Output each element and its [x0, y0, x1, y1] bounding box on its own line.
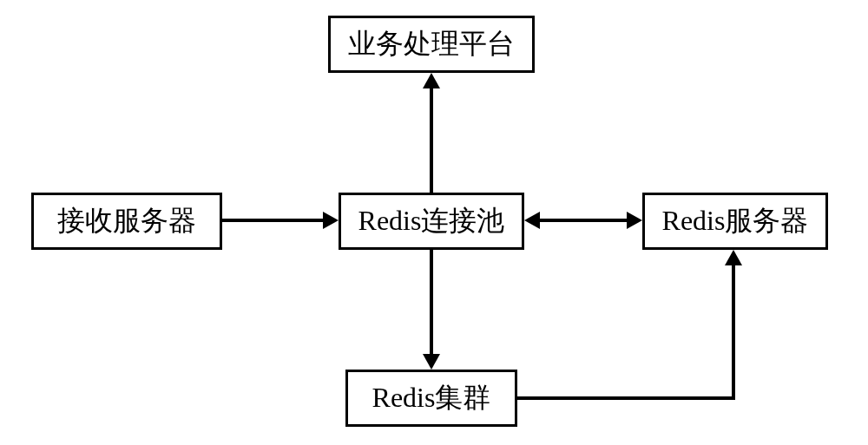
arrow-pool-to-server: [538, 219, 628, 222]
arrow-pool-to-cluster: [430, 250, 433, 356]
arrow-receiving-to-pool: [222, 219, 325, 222]
redis-pool-box: Redis连接池: [339, 193, 524, 250]
redis-pool-label: Redis连接池: [358, 202, 505, 240]
receiving-server-label: 接收服务器: [57, 202, 196, 240]
arrowhead-cluster-to-server: [725, 250, 742, 265]
arrowhead-pool-to-business: [423, 73, 440, 88]
arrowhead-receiving-to-pool: [323, 212, 339, 229]
arrow-cluster-to-server-v: [732, 264, 735, 400]
business-platform-box: 业务处理平台: [328, 16, 535, 73]
redis-cluster-box: Redis集群: [345, 370, 517, 427]
arrow-pool-to-business: [430, 87, 433, 193]
business-platform-label: 业务处理平台: [348, 25, 515, 63]
redis-server-label: Redis服务器: [662, 202, 809, 240]
arrowhead-pool-to-cluster: [423, 354, 440, 370]
receiving-server-box: 接收服务器: [31, 193, 222, 250]
arrow-cluster-to-server-h: [517, 396, 735, 400]
arrowhead-pool-to-server-left: [524, 212, 540, 229]
redis-server-box: Redis服务器: [642, 193, 828, 250]
arrowhead-pool-to-server-right: [627, 212, 642, 229]
redis-cluster-label: Redis集群: [372, 379, 491, 417]
